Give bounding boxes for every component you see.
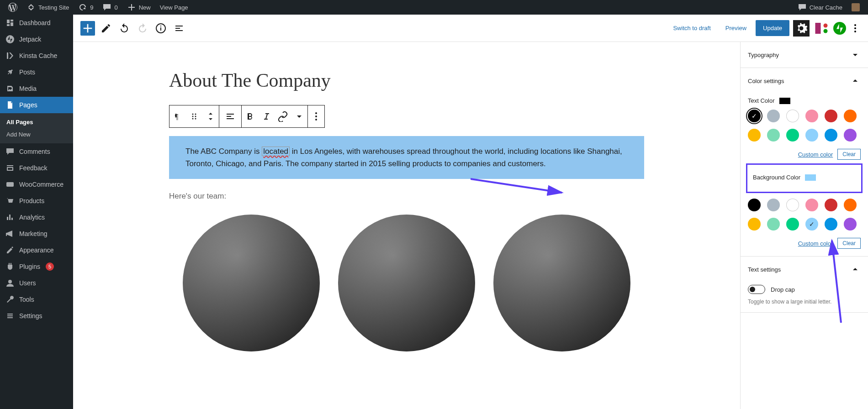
bold-button[interactable] <box>242 105 258 127</box>
swatch-black[interactable] <box>748 110 761 122</box>
bg-swatch-blue[interactable] <box>825 218 837 231</box>
sidebar-item-posts[interactable]: Posts <box>0 64 73 80</box>
swatch-gray[interactable] <box>767 110 780 122</box>
team-image-1[interactable] <box>183 215 320 351</box>
annotation-arrow-2 <box>814 236 850 327</box>
site-name-link[interactable]: Testing Site <box>22 0 74 15</box>
update-button[interactable]: Update <box>756 20 789 36</box>
page-title[interactable]: About The Company <box>169 69 644 91</box>
text-custom-color-link[interactable]: Custom color <box>798 151 833 158</box>
align-button[interactable] <box>219 105 241 127</box>
clear-cache-link[interactable]: Clear Cache <box>793 0 847 15</box>
redo-button[interactable] <box>135 21 150 36</box>
preview-button[interactable]: Preview <box>720 21 752 35</box>
settings-toggle-button[interactable] <box>793 20 810 37</box>
bg-swatch-gray[interactable] <box>767 199 780 211</box>
bg-swatch-green[interactable] <box>786 218 799 231</box>
sidebar-item-media[interactable]: Media <box>0 80 73 97</box>
panel-color-settings-toggle[interactable]: Color settings <box>741 68 868 94</box>
annotation-arrow-1 <box>471 174 571 202</box>
sidebar-item-marketing[interactable]: Marketing <box>0 225 73 242</box>
swatch-green[interactable] <box>786 129 799 142</box>
svg-line-21 <box>832 241 841 323</box>
edit-mode-button[interactable] <box>99 21 113 36</box>
updates-link[interactable]: 9 <box>74 0 98 15</box>
bg-swatch-light-green[interactable] <box>767 218 780 231</box>
plugins-badge: 5 <box>46 262 54 271</box>
bg-swatch-black[interactable] <box>748 199 761 211</box>
text-color-clear-button[interactable]: Clear <box>837 149 861 160</box>
user-menu[interactable] <box>847 0 864 15</box>
block-more-button[interactable] <box>308 105 324 127</box>
move-up-down-button[interactable] <box>202 105 219 127</box>
swatch-white[interactable] <box>786 110 799 122</box>
sidebar-item-dashboard[interactable]: Dashboard <box>0 15 73 31</box>
panel-color-settings: Color settings Text Color <box>741 68 868 257</box>
link-button[interactable] <box>275 105 291 127</box>
bg-swatch-amber[interactable] <box>748 218 761 231</box>
sidebar-item-kinsta[interactable]: Kinsta Cache <box>0 47 73 64</box>
sidebar-item-settings[interactable]: Settings <box>0 308 73 324</box>
more-options-button[interactable] <box>850 20 861 37</box>
bg-swatch-purple[interactable] <box>844 218 857 231</box>
products-icon <box>5 196 15 205</box>
editor-canvas[interactable]: About The Company ¶ <box>73 42 740 409</box>
swatch-vivid-red[interactable] <box>825 110 837 122</box>
sidebar-item-appearance[interactable]: Appearance <box>0 242 73 258</box>
comments-count: 0 <box>114 4 117 11</box>
sidebar-item-pages[interactable]: Pages <box>0 97 73 113</box>
paragraph-team[interactable]: Here's our team: <box>169 192 644 201</box>
sidebar-item-woocommerce[interactable]: WooCommerce <box>0 176 73 193</box>
sidebar-item-comments[interactable]: Comments <box>0 143 73 160</box>
bg-swatch-orange[interactable] <box>844 199 857 211</box>
sidebar-item-feedback[interactable]: Feedback <box>0 160 73 176</box>
swatch-orange[interactable] <box>844 110 857 122</box>
info-button[interactable] <box>153 21 168 36</box>
sidebar-item-tools[interactable]: Tools <box>0 291 73 308</box>
svg-point-9 <box>854 31 856 32</box>
swatch-blue[interactable] <box>825 129 837 142</box>
drag-handle[interactable] <box>186 105 202 127</box>
svg-rect-1 <box>6 182 14 187</box>
jetpack-button[interactable] <box>833 22 846 35</box>
add-block-button[interactable] <box>80 21 95 36</box>
team-image-3[interactable] <box>493 215 630 351</box>
block-toolbar: ¶ <box>169 105 325 128</box>
submenu-add-new[interactable]: Add New <box>0 128 73 141</box>
sidebar-item-jetpack[interactable]: Jetpack <box>0 31 73 47</box>
swatch-pale-pink[interactable] <box>805 110 818 122</box>
wp-logo[interactable] <box>4 0 22 15</box>
comments-icon <box>5 147 15 156</box>
sidebar-item-products[interactable]: Products <box>0 193 73 209</box>
submenu-all-pages[interactable]: All Pages <box>0 116 73 128</box>
switch-to-draft-button[interactable]: Switch to draft <box>667 21 716 35</box>
bg-swatch-pale-pink[interactable] <box>805 199 818 211</box>
outline-button[interactable] <box>172 21 186 36</box>
undo-button[interactable] <box>117 21 132 36</box>
sidebar-item-plugins[interactable]: Plugins5 <box>0 258 73 275</box>
new-link[interactable]: New <box>122 0 155 15</box>
block-type-button[interactable]: ¶ <box>169 105 186 127</box>
tools-icon <box>5 295 15 304</box>
view-page-link[interactable]: View Page <box>155 0 193 15</box>
sidebar-item-analytics[interactable]: Analytics <box>0 209 73 225</box>
svg-point-0 <box>6 35 14 43</box>
more-formatting-button[interactable] <box>291 105 307 127</box>
italic-button[interactable] <box>258 105 275 127</box>
drop-cap-toggle[interactable] <box>748 285 765 294</box>
bg-swatch-pale-blue[interactable] <box>805 218 818 231</box>
swatch-amber[interactable] <box>748 129 761 142</box>
team-image-2[interactable] <box>338 215 475 351</box>
sidebar-item-users[interactable]: Users <box>0 275 73 291</box>
swatch-light-green[interactable] <box>767 129 780 142</box>
yoast-button[interactable] <box>813 20 830 37</box>
comments-link[interactable]: 0 <box>98 0 122 15</box>
svg-point-17 <box>315 112 317 114</box>
bg-swatch-vivid-red[interactable] <box>825 199 837 211</box>
paragraph-block-highlighted[interactable]: The ABC Company is located in Los Angele… <box>169 136 644 179</box>
swatch-purple[interactable] <box>844 129 857 142</box>
panel-typography-toggle[interactable]: Typography <box>741 42 868 68</box>
svg-point-5 <box>824 23 828 27</box>
swatch-pale-blue[interactable] <box>805 129 818 142</box>
bg-swatch-white[interactable] <box>786 199 799 211</box>
